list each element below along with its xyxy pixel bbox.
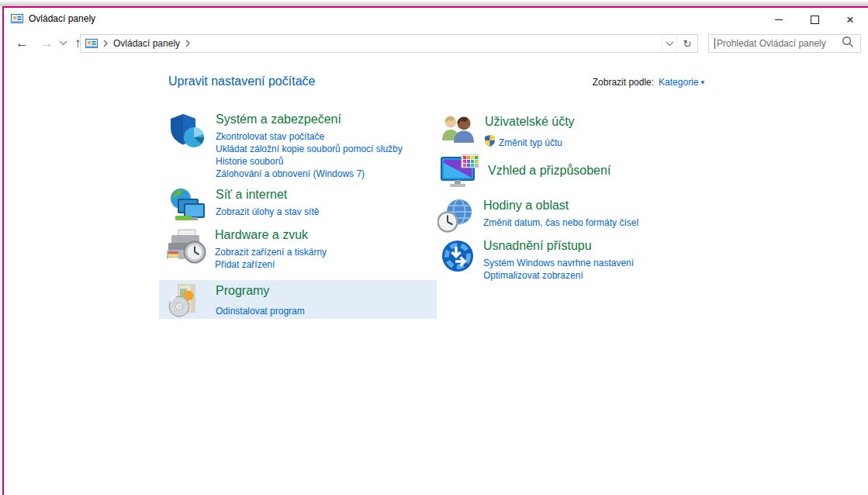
recent-locations-dropdown[interactable] [59, 40, 67, 46]
page-title: Upravit nastavení počítače [168, 74, 315, 88]
task-link[interactable]: Změnit typ účtu [499, 137, 562, 149]
address-dropdown-button[interactable] [662, 35, 676, 52]
view-by-dropdown[interactable]: Kategorie ▾ [659, 77, 704, 88]
task-link[interactable]: Zálohování a obnovení (Windows 7) [216, 168, 414, 180]
maximize-icon [811, 16, 819, 24]
task-link[interactable]: Ukládat záložní kopie souborů pomocí slu… [216, 143, 414, 168]
view-by-value: Kategorie [659, 77, 698, 88]
task-link[interactable]: Optimalizovat zobrazení [483, 269, 634, 282]
search-icon [842, 36, 854, 51]
task-link[interactable]: Zobrazit úlohy a stav sítě [216, 206, 319, 218]
category-clock-region: Hodiny a oblast Změnit datum, čas nebo f… [437, 199, 638, 236]
task-link[interactable]: Systém Windows navrhne nastavení [483, 257, 634, 269]
maximize-button[interactable] [797, 9, 832, 30]
security-shield-icon[interactable] [168, 112, 206, 153]
control-panel-icon [85, 37, 98, 50]
close-button[interactable]: × [832, 9, 868, 30]
breadcrumb-separator-icon[interactable] [185, 40, 190, 47]
category-title[interactable]: Programy [216, 284, 305, 298]
task-link[interactable]: Přidat zařízení [215, 258, 327, 271]
category-title[interactable]: Hardware a zvuk [215, 228, 327, 242]
window-title: Ovládací panely [29, 13, 95, 24]
users-icon[interactable] [441, 115, 476, 149]
personalization-icon[interactable] [441, 154, 479, 192]
breadcrumb-item[interactable]: Ovládací panely [113, 38, 180, 49]
category-programs[interactable]: Programy Odinstalovat program [159, 280, 437, 319]
category-system-security: Systém a zabezpečení Zkontrolovat stav p… [168, 112, 414, 180]
view-by-label: Zobrazit podle: [593, 77, 654, 88]
network-icon[interactable] [168, 188, 206, 228]
minimize-button[interactable] [761, 9, 797, 30]
category-network-internet: Síť a internet Zobrazit úlohy a stav sít… [168, 188, 319, 228]
category-ease-of-access: Usnadnění přístupu Systém Windows navrhn… [441, 239, 634, 282]
category-title[interactable]: Uživatelské účty [485, 115, 575, 129]
category-title[interactable]: Systém a zabezpečení [216, 112, 414, 126]
chevron-down-icon: ▾ [700, 78, 704, 86]
task-link[interactable]: Změnit datum, čas nebo formáty čísel [483, 216, 638, 229]
search-box[interactable] [708, 34, 861, 53]
navigation-toolbar: ← → ↑ Ovládací panely ↻ [4, 31, 868, 55]
window-outer-shadow [0, 0, 868, 6]
title-bar: Ovládací panely × [4, 8, 868, 31]
back-button[interactable]: ← [12, 36, 33, 50]
address-bar[interactable]: Ovládací panely ↻ [80, 34, 698, 53]
ease-of-access-icon[interactable] [441, 239, 475, 276]
category-title[interactable]: Síť a internet [216, 188, 319, 202]
category-title[interactable]: Vzhled a přizpůsobení [488, 164, 610, 178]
search-input[interactable] [715, 38, 840, 49]
category-user-accounts: Uživatelské účty Změnit typ účtu [441, 115, 575, 150]
forward-button[interactable]: → [36, 36, 57, 50]
category-appearance-personalization: Vzhled a přizpůsobení [441, 154, 610, 192]
breadcrumb-separator-icon[interactable] [103, 40, 108, 47]
category-hardware-sound: Hardware a zvuk Zobrazit zařízení a tisk… [166, 228, 327, 271]
minimize-icon [775, 19, 783, 20]
task-link[interactable]: Zobrazit zařízení a tiskárny [215, 246, 327, 258]
close-icon: × [846, 13, 854, 26]
view-by-control: Zobrazit podle: Kategorie ▾ [593, 77, 704, 88]
task-link[interactable]: Odinstalovat program [216, 305, 305, 317]
uac-shield-icon [485, 135, 495, 150]
refresh-button[interactable]: ↻ [676, 35, 697, 52]
task-link[interactable]: Zkontrolovat stav počítače [216, 130, 414, 143]
category-title[interactable]: Hodiny a oblast [483, 199, 638, 213]
category-title[interactable]: Usnadnění přístupu [483, 239, 634, 253]
control-panel-home: Upravit nastavení počítače Zobrazit podl… [4, 55, 868, 495]
program-box-icon[interactable] [168, 284, 202, 321]
clock-globe-icon[interactable] [437, 199, 473, 236]
control-panel-icon [11, 12, 23, 25]
printer-icon[interactable] [166, 228, 206, 268]
